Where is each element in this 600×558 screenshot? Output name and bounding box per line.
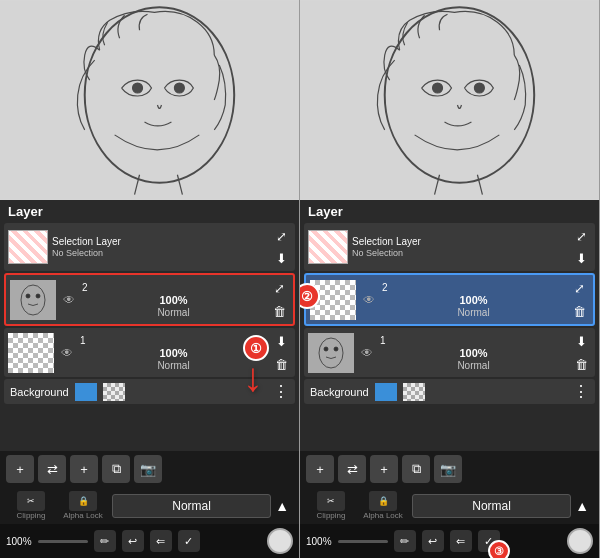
right-layer-1-number: 1 xyxy=(380,335,386,346)
right-download-icon[interactable]: ⬇ xyxy=(571,248,591,268)
right-clipping-icon: ✂ xyxy=(317,491,345,511)
right-mode-arrow-icon[interactable]: ▲ xyxy=(571,498,593,514)
right-add2-btn[interactable]: + xyxy=(370,455,398,483)
right-badge-3: ③ xyxy=(488,540,510,558)
left-layer-1-eye[interactable]: 👁 xyxy=(58,344,76,362)
right-layer-1-eye[interactable]: 👁 xyxy=(358,344,376,362)
svg-rect-12 xyxy=(308,333,354,373)
left-selection-layer-row[interactable]: Selection Layer No Selection ⤢ ⬇ xyxy=(4,223,295,271)
right-selection-thumb xyxy=(308,230,348,264)
left-zoom-slider[interactable] xyxy=(38,540,88,543)
left-bg-menu-icon[interactable]: ⋮ xyxy=(273,382,289,401)
svg-point-14 xyxy=(324,347,328,351)
left-add-layer-btn[interactable]: + xyxy=(6,455,34,483)
right-layer-1-row[interactable]: 👁 1 100% Normal ⬇ 🗑 xyxy=(304,328,595,377)
right-selection-sub: No Selection xyxy=(352,248,421,258)
right-add-layer-btn[interactable]: + xyxy=(306,455,334,483)
right-layer-1-mode: Normal xyxy=(457,360,489,371)
right-bottom-tools: 100% ✏ ↩ ⇐ ✓ ③ xyxy=(300,524,599,558)
right-layer-title: Layer xyxy=(300,200,599,223)
left-layer-2-delete-icon[interactable]: 🗑 xyxy=(269,301,289,321)
right-color-circle[interactable] xyxy=(567,528,593,554)
left-mode-select[interactable]: Normal xyxy=(112,494,271,518)
right-layer-2-row[interactable]: 👁 2 100% Normal ⤢ 🗑 ② xyxy=(304,273,595,326)
svg-point-10 xyxy=(433,83,443,93)
right-pencil-icon[interactable]: ✏ xyxy=(394,530,416,552)
right-bg-row[interactable]: Background ⋮ xyxy=(304,379,595,404)
right-selection-icons: ⤢ ⬇ xyxy=(571,226,591,268)
right-layer-list: Selection Layer No Selection ⤢ ⬇ 👁 2 100… xyxy=(300,223,599,451)
right-layer-1-info: 1 100% Normal xyxy=(380,335,567,371)
svg-rect-4 xyxy=(10,280,56,320)
left-layer-1-number: 1 xyxy=(80,335,86,346)
right-layer-2-number: 2 xyxy=(382,282,388,293)
right-layer-2-opacity: 100% xyxy=(459,294,487,306)
right-camera-btn[interactable]: 📷 xyxy=(434,455,462,483)
right-alpha-lock-control[interactable]: 🔒 Alpha Lock xyxy=(358,491,408,520)
right-move-btn[interactable]: ⇄ xyxy=(338,455,366,483)
left-sketch-area xyxy=(0,0,299,200)
right-selection-layer-row[interactable]: Selection Layer No Selection ⤢ ⬇ xyxy=(304,223,595,271)
svg-point-15 xyxy=(334,347,338,351)
left-layer-2-transform-icon[interactable]: ⤢ xyxy=(269,278,289,298)
right-bg-check xyxy=(403,383,425,401)
right-undo-icon[interactable]: ↩ xyxy=(422,530,444,552)
right-layer-2-transform-icon[interactable]: ⤢ xyxy=(569,278,589,298)
left-history-icon[interactable]: ⇐ xyxy=(150,530,172,552)
right-layer-1-opacity: 100% xyxy=(459,347,487,359)
right-selection-info: Selection Layer No Selection xyxy=(352,236,421,258)
right-mode-select[interactable]: Normal xyxy=(412,494,571,518)
left-zoom-text: 100% xyxy=(6,536,32,547)
right-bg-swatch xyxy=(375,383,397,401)
left-layer-2-row[interactable]: 👁 2 100% Normal ⤢ 🗑 xyxy=(4,273,295,326)
left-download-icon[interactable]: ⬇ xyxy=(271,248,291,268)
left-add2-btn[interactable]: + xyxy=(70,455,98,483)
left-layer-1-info: 1 100% Normal xyxy=(80,335,267,371)
left-selection-thumb xyxy=(8,230,48,264)
right-toolbar-top: + ⇄ + ⧉ 📷 xyxy=(300,451,599,487)
left-transform-icon[interactable]: ⤢ xyxy=(271,226,291,246)
left-bg-check xyxy=(103,383,125,401)
right-transform-icon[interactable]: ⤢ xyxy=(571,226,591,246)
left-move-btn[interactable]: ⇄ xyxy=(38,455,66,483)
left-layer-1-opacity: 100% xyxy=(159,347,187,359)
left-selection-info: Selection Layer No Selection xyxy=(52,236,121,258)
left-layer-2-side-icons: ⤢ 🗑 xyxy=(269,278,289,321)
left-layer-1-delete-icon[interactable]: 🗑 xyxy=(271,354,291,374)
right-selection-title: Selection Layer xyxy=(352,236,421,247)
left-color-circle[interactable] xyxy=(267,528,293,554)
left-mode-arrow-icon[interactable]: ▲ xyxy=(271,498,293,514)
left-selection-title: Selection Layer xyxy=(52,236,121,247)
left-layer-1-side-icons: ⬇ 🗑 xyxy=(271,331,291,374)
left-copy-btn[interactable]: ⧉ xyxy=(102,455,130,483)
left-layer-2-eye[interactable]: 👁 xyxy=(60,291,78,309)
right-check-icon[interactable]: ✓ ③ xyxy=(478,530,500,552)
left-layer-1-mode: Normal xyxy=(157,360,189,371)
right-layer-2-delete-icon[interactable]: 🗑 xyxy=(569,301,589,321)
left-bg-swatch xyxy=(75,383,97,401)
left-panel: Layer Selection Layer No Selection ⤢ ⬇ xyxy=(0,0,300,558)
left-undo-icon[interactable]: ↩ xyxy=(122,530,144,552)
right-copy-btn[interactable]: ⧉ xyxy=(402,455,430,483)
right-zoom-slider[interactable] xyxy=(338,540,388,543)
right-zoom-text: 100% xyxy=(306,536,332,547)
right-clipping-control[interactable]: ✂ Clipping xyxy=(306,491,356,520)
left-bg-label: Background xyxy=(10,386,69,398)
left-clipping-control[interactable]: ✂ Clipping xyxy=(6,491,56,520)
right-layer-1-download-icon[interactable]: ⬇ xyxy=(571,331,591,351)
right-layer-2-eye[interactable]: 👁 xyxy=(360,291,378,309)
right-layer-1-delete-icon[interactable]: 🗑 xyxy=(571,354,591,374)
left-layer-1-thumb xyxy=(8,333,54,373)
right-bg-menu-icon[interactable]: ⋮ xyxy=(573,382,589,401)
right-layer-panel: Layer Selection Layer No Selection ⤢ ⬇ 👁 xyxy=(300,200,599,558)
left-alpha-lock-control[interactable]: 🔒 Alpha Lock xyxy=(58,491,108,520)
left-layer-2-thumb xyxy=(10,280,56,320)
right-sketch-area xyxy=(300,0,599,200)
right-history-icon[interactable]: ⇐ xyxy=(450,530,472,552)
left-camera-btn[interactable]: 📷 xyxy=(134,455,162,483)
left-layer-1-download-icon[interactable]: ⬇ xyxy=(271,331,291,351)
left-pencil-icon[interactable]: ✏ xyxy=(94,530,116,552)
left-check-icon[interactable]: ✓ xyxy=(178,530,200,552)
right-mode-bar: ✂ Clipping 🔒 Alpha Lock Normal ▲ xyxy=(300,487,599,524)
svg-point-3 xyxy=(174,83,184,93)
